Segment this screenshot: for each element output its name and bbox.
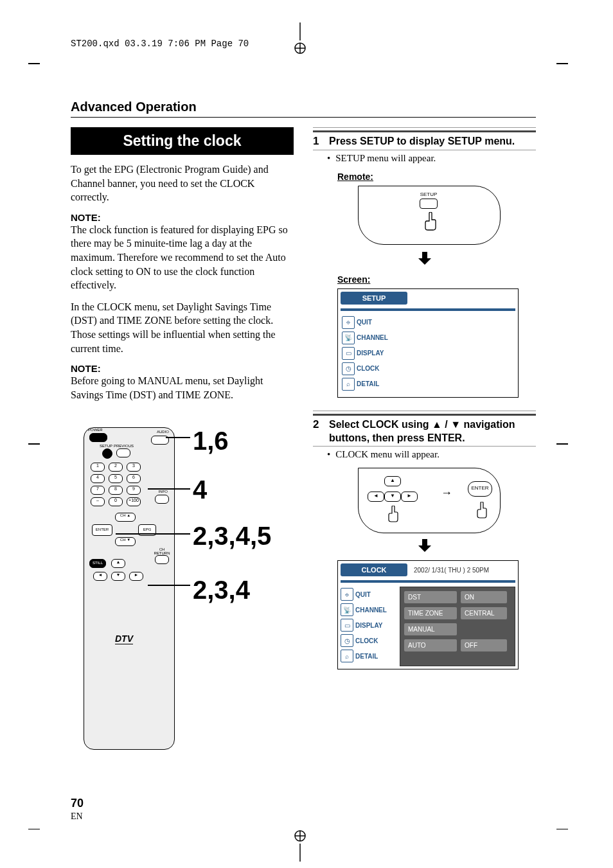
still-button: STILL: [89, 559, 106, 568]
screen-tab-setup: SETUP: [341, 292, 407, 305]
num-9: 9: [127, 486, 141, 495]
num-1: 1: [91, 463, 105, 472]
note2-body: Before going to MANUAL menu, set Dayligh…: [71, 374, 294, 402]
dpad-right: ►: [401, 492, 418, 502]
info-button: [155, 495, 169, 504]
registration-mark-top: [294, 22, 306, 55]
crop-mark: [556, 443, 568, 445]
step2-header: 2 Select CLOCK using ▲ / ▼ navigation bu…: [313, 411, 536, 447]
setup-button-label: SETUP: [420, 191, 438, 197]
door-icon: ⎆: [341, 588, 353, 601]
dpad-left-btn: ◄: [93, 572, 107, 581]
down-arrow-icon: [313, 537, 536, 558]
callout-234: 2,3,4: [193, 576, 250, 605]
right-arrow-icon: →: [441, 486, 452, 500]
screen-divider: [341, 580, 515, 583]
pointing-hand-icon: [387, 506, 400, 525]
antenna-icon: 📡: [342, 332, 355, 344]
magnifier-icon: ⌕: [342, 378, 355, 391]
para2: In the CLOCK menu, set Daylight Savings …: [71, 300, 294, 355]
right-column: 1 Press SETUP to display SETUP menu. • S…: [313, 127, 536, 682]
power-label: POWER: [88, 428, 103, 432]
num-7: 7: [91, 486, 105, 495]
enter-button-illus: ENTER: [468, 481, 492, 497]
enter-button: ENTER: [92, 524, 112, 536]
note1-body: The clock function is featured for displ…: [71, 223, 294, 292]
ch-up: CH ▲: [115, 513, 136, 522]
step2-bullet-text: CLOCK menu will appear.: [335, 449, 440, 460]
dpad-down: ▼: [384, 492, 401, 502]
ch-return-label: CH RETURN: [152, 547, 172, 555]
intro-text: To get the EPG (Electronic Program Guide…: [71, 163, 294, 204]
screen-tab-clock: CLOCK: [341, 563, 407, 576]
step1-bullet-text: SETUP menu will appear.: [335, 153, 436, 164]
step1-bullet: • SETUP menu will appear.: [327, 153, 536, 164]
num-8: 8: [109, 486, 123, 495]
note-label: NOTE:: [71, 212, 294, 223]
callout-2345: 2,3,4,5: [193, 522, 271, 551]
clock-icon: ◷: [342, 362, 355, 375]
step2-num: 2: [313, 418, 323, 431]
audio-label: AUDIO: [157, 430, 169, 434]
clock-settings-panel: DSTON TIME ZONECENTRAL MANUAL AUTOOFF: [400, 587, 515, 666]
screen-divider: [341, 308, 515, 311]
crop-mark: [556, 63, 568, 64]
dpad-up-btn: ▲: [111, 559, 125, 568]
title-underline: [71, 117, 536, 118]
step1-num: 1: [313, 135, 323, 148]
screen-label: Screen:: [337, 274, 536, 285]
setup-menu-column: ⎆QUIT 📡CHANNEL ▭DISPLAY ◷CLOCK ⌕DETAIL: [338, 312, 518, 397]
setup-screen-mockup: SETUP ⎆QUIT 📡CHANNEL ▭DISPLAY ◷CLOCK ⌕DE…: [337, 288, 519, 398]
print-header: ST200.qxd 03.3.19 7:06 PM Page 70: [71, 39, 249, 49]
door-icon: ⎆: [342, 316, 355, 329]
step2-text: Select CLOCK using ▲ / ▼ navigation butt…: [329, 418, 536, 445]
dpad-right-btn: ►: [129, 572, 143, 581]
bullet-dot: •: [327, 449, 330, 460]
menu-item-display: ▭DISPLAY: [342, 347, 514, 360]
callout-line: [166, 437, 190, 438]
dpad-up: ▲: [384, 476, 401, 486]
dpad-down-btn: ▼: [111, 572, 125, 581]
menu-item-display: ▭DISPLAY: [341, 619, 397, 632]
ch-return-button: [155, 555, 169, 564]
clock-header-text: 2002/ 1/31( THU ) 2 50PM: [414, 567, 489, 574]
section-title: Advanced Operation: [71, 100, 197, 114]
registration-mark-bottom: [294, 829, 306, 862]
crop-mark: [28, 443, 40, 445]
num-5: 5: [109, 474, 123, 483]
clock-screen-body: ⎆QUIT 📡CHANNEL ▭DISPLAY ◷CLOCK ⌕DETAIL D…: [338, 584, 518, 669]
num-minus: –: [91, 497, 105, 506]
bullet-dot: •: [327, 153, 330, 164]
page-lang: EN: [71, 811, 83, 822]
clock-row-manual: MANUAL: [404, 623, 511, 635]
dpad-left: ◄: [368, 492, 384, 502]
previous-label: PREVIOUS: [114, 444, 134, 448]
setup-button: [102, 448, 112, 459]
setup-button-shape: [420, 199, 438, 209]
clock-icon: ◷: [341, 634, 353, 647]
clock-screen-mockup: CLOCK 2002/ 1/31( THU ) 2 50PM ⎆QUIT 📡CH…: [337, 560, 519, 669]
remote-illustration-2: ▲ ◄ ▼ ► → ENTER: [358, 468, 501, 533]
callout-line: [148, 585, 190, 586]
step1-header: 1 Press SETUP to display SETUP menu.: [313, 127, 536, 150]
pointing-hand-icon: [423, 212, 438, 236]
setup-label: SETUP: [100, 444, 112, 448]
page: ST200.qxd 03.3.19 7:06 PM Page 70 Advanc…: [0, 0, 613, 868]
topic-banner: Setting the clock: [71, 127, 294, 155]
menu-item-detail: ⌕DETAIL: [342, 378, 514, 391]
crop-mark: [28, 829, 40, 830]
menu-item-channel: 📡CHANNEL: [342, 332, 514, 344]
clock-row-dst: DSTON: [404, 591, 511, 603]
note-label-2: NOTE:: [71, 363, 294, 374]
menu-item-clock: ◷CLOCK: [341, 634, 397, 647]
menu-item-quit: ⎆QUIT: [341, 588, 397, 601]
num-6: 6: [127, 474, 141, 483]
num-0: 0: [109, 497, 123, 506]
monitor-icon: ▭: [342, 347, 355, 360]
clock-menu-column: ⎆QUIT 📡CHANNEL ▭DISPLAY ◷CLOCK ⌕DETAIL: [338, 584, 400, 669]
info-label: INFO: [159, 490, 168, 493]
num-plus100: +100: [127, 497, 141, 506]
callout-line: [148, 488, 190, 490]
step1-text: Press SETUP to display SETUP menu.: [329, 135, 515, 148]
step2-bullet: • CLOCK menu will appear.: [327, 449, 536, 460]
